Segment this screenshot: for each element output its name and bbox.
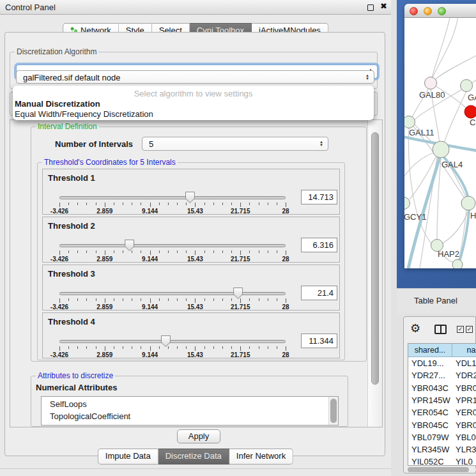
slider-track[interactable] [59,196,286,199]
slider-tick [213,298,214,301]
tab-impute-data[interactable]: Impute Data [98,449,158,464]
table-row[interactable]: YPR145WYPR1 [408,394,476,406]
checkbox-icon[interactable] [457,326,464,333]
network-node[interactable] [425,77,437,89]
slider-thumb[interactable] [125,240,134,251]
table-cell: YDR2 [456,369,476,381]
attribute-item-topologicalcoefficient[interactable]: TopologicalCoefficient [50,410,130,422]
network-window-titlebar[interactable] [404,4,476,18]
control-panel-window: Control Panel NetworkStyleSelectCyni Too… [0,0,391,476]
network-node[interactable] [404,197,410,210]
network-canvas[interactable]: GAL80GACGAL11GAL4GCY1HHAP2 [404,18,476,268]
slider-thumb[interactable] [185,192,195,203]
network-edge[interactable] [435,55,476,80]
network-node[interactable] [461,80,473,92]
dropdown-item-manual-discretization[interactable]: Manual Discretization [15,99,100,109]
threshold-label: Threshold 3 [48,269,95,279]
network-node[interactable] [433,141,449,158]
gear-icon[interactable] [410,323,420,334]
close-traffic-light[interactable] [410,7,418,15]
slider-tick [141,203,141,205]
dropdown-item-equal-width-frequency[interactable]: Equal Width/Frequency Discretization [15,109,153,119]
slider-tick [141,346,141,349]
tab-infer-network[interactable]: Infer Network [229,449,293,464]
slider-tick [77,346,78,349]
network-node[interactable] [464,105,476,118]
table-panel-header[interactable]: Table Panel [397,288,476,314]
table-header-shared-name[interactable]: shared... [408,344,452,357]
network-graph[interactable]: GAL80GACGAL11GAL4GCY1HHAP2 [404,18,476,268]
network-node[interactable] [452,259,463,268]
slider-tick [159,203,160,205]
panel-scrollbar-track[interactable] [367,120,382,427]
attribute-item-betweennesscentrality[interactable]: BetweennessCentrality [50,422,135,426]
table-row[interactable]: YER054CYER0 [408,406,476,418]
checkbox-icon[interactable] [466,326,473,333]
table-cell: YIL052C [411,456,444,466]
slider-track[interactable] [59,340,286,343]
attribute-item-selfloops[interactable]: SelfLoops [50,398,87,410]
network-node[interactable] [461,196,475,210]
slider-tick [204,346,205,349]
numerical-attributes-heading: Numerical Attributes [36,383,117,392]
network-node[interactable] [404,116,415,128]
table-cell: YDL19... [411,357,444,369]
slider-thumb[interactable] [233,288,243,299]
float-window-icon[interactable] [367,4,374,11]
table-row[interactable]: YDL19...YDL1 [408,357,476,369]
table-row[interactable]: YIL052CYIL0 [408,456,476,466]
slider-tick [150,346,151,351]
slider-tick [150,298,151,303]
minimize-traffic-light[interactable] [424,7,432,15]
node-table[interactable]: shared...naYDL19...YDL1YDR27...YDR2YBR04… [408,343,476,466]
table-row[interactable]: YLR345WYLR3 [408,443,476,456]
table-row[interactable]: YBR043CYBR0 [408,382,476,394]
number-of-intervals-combobox[interactable]: 5 [142,137,328,151]
threshold-value-field[interactable]: 14.713 [301,190,337,204]
slider-tick [249,250,250,253]
network-edge[interactable] [437,158,441,240]
table-hscrollbar-thumb[interactable] [408,467,469,472]
apply-button[interactable]: Apply [177,429,220,443]
interval-definition-title: Interval Definition [36,122,99,131]
slider-tick [213,250,214,253]
zoom-traffic-light[interactable] [438,7,446,15]
slider-tick [249,346,250,349]
slider-tick [114,346,114,349]
slider-tick [132,250,132,253]
slider-tick [68,250,69,253]
table-cell: YER0 [456,406,476,418]
attributes-scrollbar-thumb[interactable] [330,399,337,423]
table-hscrollbar[interactable] [407,466,476,473]
threshold-value-field[interactable]: 6.316 [301,238,337,252]
slider-tick-label: 15.43 [176,208,214,215]
threshold-value-field[interactable]: 21.4 [301,286,337,300]
slider-tick [168,298,169,301]
table-header-name[interactable]: na [452,344,476,357]
control-panel-titlebar[interactable]: Control Panel [0,0,391,15]
panel-scrollbar-thumb[interactable] [371,132,379,385]
slider-tick-label: 28 [266,351,305,358]
slider-thumb[interactable] [161,335,171,347]
tab-discretize-data[interactable]: Discretize Data [158,449,229,464]
numerical-attributes-list[interactable]: SelfLoopsTopologicalCoefficientBetweenne… [41,396,339,426]
table-data-combobox[interactable]: galFiltered.sif default node [16,70,374,84]
table-cell: YER054C [411,406,449,418]
slider-tick [240,203,241,207]
attributes-scrollbar[interactable] [328,397,338,425]
close-icon[interactable] [380,1,387,11]
slider-tick [268,203,268,205]
slider-tick [86,203,87,205]
slider-track[interactable] [59,244,286,247]
threshold-coordinates-title: Threshold's Coordinates for 5 Intervals [42,158,178,167]
network-edge[interactable] [432,18,458,79]
slider-track[interactable] [59,292,286,295]
split-columns-icon[interactable] [434,325,447,334]
table-row[interactable]: YDR27...YDR2 [408,369,476,381]
network-view-window[interactable]: GAL80GACGAL11GAL4GCY1HHAP2 [404,4,476,268]
slider-tick [240,346,241,351]
threshold-value-field[interactable]: 11.344 [301,334,337,348]
slider-tick-label: -3.426 [40,256,79,263]
table-row[interactable]: YBL079WYBL0 [408,431,476,443]
table-row[interactable]: YBR045CYBR0 [408,419,476,431]
